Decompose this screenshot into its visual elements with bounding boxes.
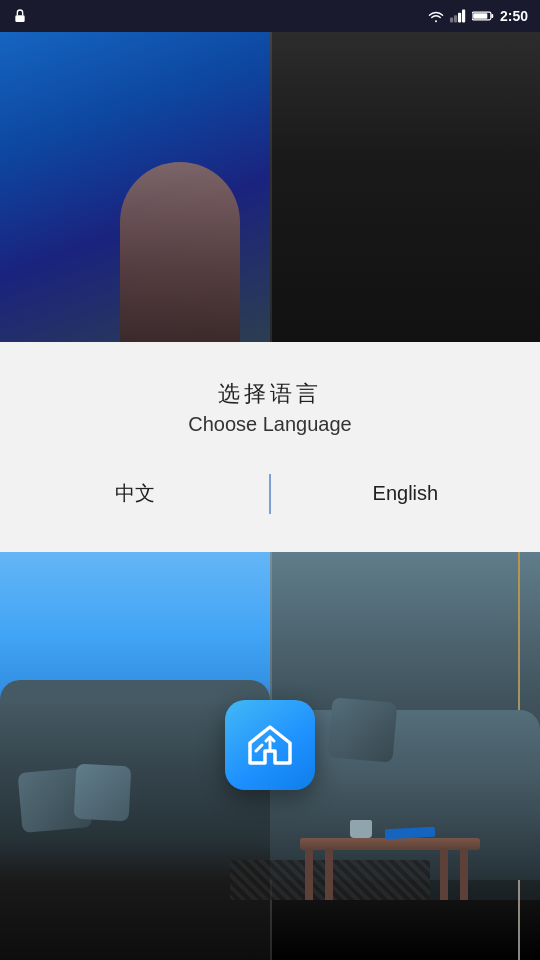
svg-rect-2 bbox=[454, 15, 457, 22]
svg-rect-6 bbox=[473, 13, 487, 19]
status-bar: 2:50 bbox=[0, 0, 540, 32]
language-options: 中文 English bbox=[0, 472, 540, 515]
status-time: 2:50 bbox=[500, 8, 528, 24]
language-title-english: Choose Language bbox=[188, 413, 351, 436]
svg-rect-1 bbox=[450, 18, 453, 23]
app-icon-wrapper[interactable] bbox=[225, 700, 315, 790]
signal-icon bbox=[450, 9, 466, 23]
wifi-icon bbox=[428, 9, 444, 23]
svg-rect-7 bbox=[491, 14, 493, 18]
status-bar-right: 2:50 bbox=[428, 8, 528, 24]
language-option-english[interactable]: English bbox=[271, 474, 540, 513]
top-image-left-panel bbox=[0, 32, 270, 342]
battery-icon bbox=[472, 9, 494, 23]
top-section-divider bbox=[270, 32, 272, 342]
home-icon bbox=[240, 715, 300, 775]
svg-rect-4 bbox=[462, 10, 465, 23]
language-title-chinese: 选择语言 bbox=[218, 379, 322, 409]
language-option-chinese[interactable]: 中文 bbox=[0, 472, 269, 515]
language-panel: 选择语言 Choose Language 中文 English bbox=[0, 342, 540, 552]
app-icon[interactable] bbox=[225, 700, 315, 790]
svg-rect-0 bbox=[15, 15, 24, 22]
svg-rect-3 bbox=[458, 13, 461, 23]
status-bar-left bbox=[12, 8, 28, 24]
lock-icon bbox=[12, 8, 28, 24]
top-image-right-panel bbox=[270, 32, 540, 342]
